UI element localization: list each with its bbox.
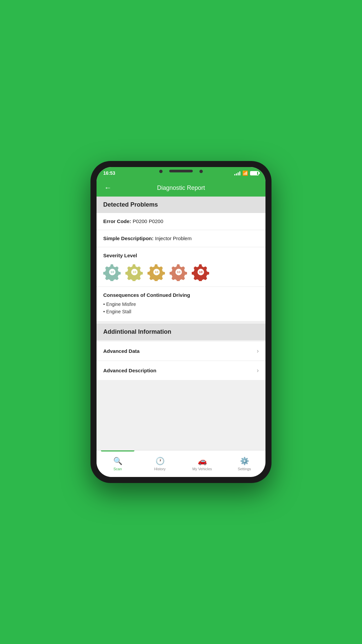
battery-icon — [250, 171, 259, 175]
detected-problems-header: Detected Problems — [97, 197, 265, 213]
advanced-description-row[interactable]: Advanced Description › — [97, 361, 265, 380]
svg-text:10: 10 — [133, 270, 136, 274]
my-vehicles-icon: 🚗 — [198, 457, 207, 466]
simple-desc-row: Simple Descriptipon: Injector Problem — [97, 230, 265, 247]
chevron-right-icon-1: › — [257, 347, 259, 355]
status-bar: 16:53 📶 — [97, 167, 265, 179]
wifi-icon: 📶 — [242, 170, 248, 176]
consequence-item-2: • Engine Stall — [103, 308, 259, 315]
phone-speaker — [169, 170, 193, 172]
phone-frame: 16:53 📶 ← Diagnostic Report — [90, 161, 272, 483]
page-title: Diagnostic Report — [157, 184, 205, 192]
error-code-value-text: P0200 — [149, 218, 163, 224]
nav-my-vehicles[interactable]: 🚗 My Vehicles — [181, 450, 223, 477]
severity-gear-3: 10 — [147, 263, 166, 281]
nav-settings[interactable]: ⚙️ Settings — [223, 450, 265, 477]
error-code-row: Error Code: P0200 P0200 — [97, 213, 265, 230]
nav-my-vehicles-label: My Vehicles — [192, 467, 212, 471]
nav-scan[interactable]: 🔍 Scan — [97, 450, 139, 477]
error-code-label: Error Code: — [103, 218, 131, 224]
consequences-row: Consequences of Continued Driving • Engi… — [97, 287, 265, 321]
status-time: 16:53 — [103, 170, 115, 176]
severity-gear-1: 10 — [103, 263, 121, 281]
consequences-title: Consequences of Continued Driving — [103, 292, 259, 298]
nav-history[interactable]: 🕐 History — [139, 450, 181, 477]
additional-info-card: Advanced Data › Advanced Description › — [97, 341, 265, 380]
signal-icon — [234, 171, 240, 175]
settings-icon: ⚙️ — [240, 457, 249, 466]
svg-text:10: 10 — [155, 270, 159, 274]
severity-icons: 10 10 10 — [103, 263, 259, 281]
simple-desc-label: Simple Descriptipon: — [103, 235, 154, 241]
severity-gear-2: 10 — [125, 263, 143, 281]
bottom-nav: 🔍 Scan 🕐 History 🚗 My Vehicles ⚙️ Settin… — [97, 450, 265, 477]
simple-desc-value: Injector Problem — [155, 235, 191, 241]
scan-icon: 🔍 — [113, 457, 122, 466]
svg-text:10: 10 — [111, 270, 114, 274]
advanced-description-label: Advanced Description — [103, 368, 156, 373]
severity-gear-5: 10 — [192, 263, 210, 281]
nav-history-label: History — [154, 467, 166, 471]
app-header: ← Diagnostic Report — [97, 179, 265, 197]
svg-text:10: 10 — [177, 270, 181, 274]
nav-settings-label: Settings — [238, 467, 251, 471]
content-area: Detected Problems Error Code: P0200 P020… — [97, 197, 265, 450]
back-button[interactable]: ← — [102, 182, 114, 194]
consequence-item-1: • Engine Misfire — [103, 301, 259, 308]
severity-label: Severity Level — [103, 253, 259, 258]
advanced-data-label: Advanced Data — [103, 348, 139, 354]
nav-scan-label: Scan — [113, 467, 122, 471]
severity-row: Severity Level 10 10 — [97, 247, 265, 287]
additional-info-title: Addintional Information — [103, 328, 171, 335]
detected-problems-card: Error Code: P0200 P0200 Simple Descripti… — [97, 213, 265, 321]
svg-text:10: 10 — [199, 270, 203, 274]
error-code-value: P0200 — [133, 218, 147, 224]
severity-gear-4: 10 — [170, 263, 188, 281]
status-icons: 📶 — [234, 170, 259, 176]
history-icon: 🕐 — [156, 457, 165, 466]
phone-camera-left — [159, 170, 163, 173]
detected-problems-title: Detected Problems — [103, 201, 158, 208]
chevron-right-icon-2: › — [257, 367, 259, 374]
additional-info-header: Addintional Information — [97, 324, 265, 340]
back-arrow-icon: ← — [104, 183, 112, 192]
phone-camera-right — [199, 170, 203, 173]
phone-screen: 16:53 📶 ← Diagnostic Report — [97, 167, 265, 477]
advanced-data-row[interactable]: Advanced Data › — [97, 341, 265, 361]
